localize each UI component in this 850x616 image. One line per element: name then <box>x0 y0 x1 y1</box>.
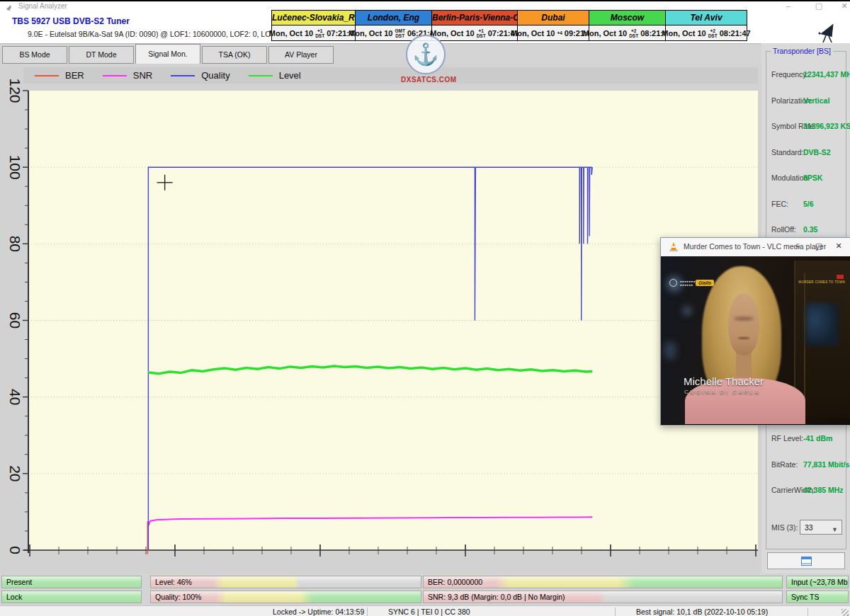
clock-time: Mon, Oct 10+409:21:47 <box>518 25 589 40</box>
svg-text:100: 100 <box>7 155 23 180</box>
field-value: 0.35 <box>803 225 817 234</box>
clock-city-label: Berlin-Paris-Vienna-Cairo <box>432 11 517 25</box>
field-value: 8PSK <box>803 173 822 182</box>
tuner-subtitle: 9.0E - Eutelsat 9B/Ka-Sat 9A (ID: 0090) … <box>28 30 295 38</box>
clock-time: Mon, Oct 10+1DST07:21:47 <box>272 25 355 40</box>
close-button[interactable]: ✕ <box>837 1 850 11</box>
field-label: Standard: <box>771 148 804 156</box>
clock-city-label: Tel Aviv <box>666 11 747 25</box>
svg-text:120: 120 <box>7 78 23 103</box>
giallo-badge: Giallo <box>696 280 714 286</box>
clock-cell: London, EngMon, Oct 10GMTDST06:21:47 <box>356 11 432 40</box>
clock-cell: Lučenec-Slovakia_R.DávidMon, Oct 10+1DST… <box>272 11 356 40</box>
clock-cell: DubaiMon, Oct 10+409:21:47 <box>518 11 589 40</box>
vlc-video-area[interactable]: ●●●●●●●●●●●●●● Giallo MURDER COMES TO TO… <box>661 256 850 424</box>
ber-bar: BER: 0,0000000 <box>423 576 783 588</box>
signal-chart-region: BERSNRQualityLevel 020406080100120 <box>0 64 761 574</box>
tab-bar: BS ModeDT ModeSignal Mon.TSA (OK)AV Play… <box>0 43 764 64</box>
header: TBS 5927 USB DVB-S2 Tuner 9.0E - Eutelsa… <box>0 11 850 44</box>
field-label: RF Level: <box>771 434 803 443</box>
clock-cell: Berlin-Paris-Vienna-CairoMon, Oct 10+1DS… <box>432 11 518 40</box>
person-caption: CUGINA DI CARLA <box>684 389 760 395</box>
svg-text:40: 40 <box>7 389 23 405</box>
uptime-status: Locked -> Uptime: 04:13:59 <box>273 608 364 616</box>
field-value: 42,385 MHz <box>803 486 844 494</box>
sync-ts-indicator: Sync TS <box>786 591 849 603</box>
window-icon <box>801 557 812 566</box>
field-label: FEC: <box>771 200 788 208</box>
transponder-field: Modulation:8PSK <box>766 173 846 183</box>
tab-signal-mon-[interactable]: Signal Mon. <box>135 44 200 64</box>
vlc-minimize-button[interactable]: – <box>791 241 804 250</box>
sync-status: SYNC 6 | TEI 0 | CC 380 <box>388 608 470 616</box>
field-label: BitRate: <box>771 460 798 469</box>
vlc-close-button[interactable]: ✕ <box>832 241 845 251</box>
clock-time: Mon, Oct 10+2DST08:21:47 <box>589 25 665 40</box>
quality-bar: Quality: 100% <box>150 591 421 603</box>
show-title-text: MURDER COMES TO TOWN <box>798 280 845 284</box>
clock-time: Mon, Oct 10GMTDST06:21:47 <box>356 25 431 40</box>
resize-grip[interactable] <box>842 609 849 616</box>
clock-city-label: Lučenec-Slovakia_R.Dávid <box>272 11 355 25</box>
field-value: 77,831 Mbit/s <box>803 460 849 469</box>
signal-chart: 020406080100120 <box>0 64 761 574</box>
field-value: DVB-S2 <box>803 148 831 156</box>
field-label: RollOff: <box>771 225 796 234</box>
minimize-button[interactable]: – <box>781 1 795 10</box>
field-value: 5/6 <box>803 200 814 208</box>
window-title: Signal Analyzer <box>18 2 67 10</box>
field-value: 31396,923 KS/s <box>803 122 850 130</box>
clock-city-label: London, Eng <box>356 11 431 25</box>
transponder-field: RollOff:0.35 <box>766 225 846 235</box>
level-bar: Level: 46% <box>150 576 421 588</box>
tab-tsa-ok-[interactable]: TSA (OK) <box>202 46 267 64</box>
best-signal-status: Best signal: 10,1 dB (2022-10-10 05:19) <box>636 608 768 616</box>
panel-window-button[interactable] <box>767 552 845 569</box>
vlc-maximize-button[interactable]: ▢ <box>812 241 825 251</box>
transponder-field: FEC:5/6 <box>766 200 846 210</box>
channel-logo: ●●●●●●●●●●●●●● <box>669 279 698 287</box>
svg-text:20: 20 <box>7 465 23 481</box>
signal-analyzer-window: Signal Analyzer – ▢ ✕ TBS 5927 USB DVB-S… <box>0 0 850 616</box>
mis-label: MIS (3): <box>771 523 798 532</box>
maximize-button[interactable]: ▢ <box>812 1 826 11</box>
transponder-field: CarrierWidth:42,385 MHz <box>766 486 846 496</box>
lock-indicator: Lock <box>1 591 142 603</box>
clock-time: Mon, Oct 10+1DST07:21:47 <box>432 25 517 40</box>
field-value: -41 dBm <box>803 434 832 443</box>
person-name: Michelle Thacker <box>684 375 764 387</box>
present-indicator: Present <box>1 576 142 588</box>
transponder-title: Transponder [BS] <box>771 47 833 55</box>
snr-bar: SNR: 9,3 dB (Margin: 0,0 dB | No Margin) <box>423 591 783 603</box>
tuner-title: TBS 5927 USB DVB-S2 Tuner <box>12 16 130 26</box>
status-bar: Locked -> Uptime: 04:13:59 SYNC 6 | TEI … <box>0 605 850 616</box>
transponder-field: Symbol Rate:31396,923 KS/s <box>766 122 846 132</box>
vlc-window: Murder Comes to Town - VLC media player … <box>660 237 850 426</box>
transponder-field: Polarization:Vertical <box>766 96 846 106</box>
clock-cell: Tel AvivMon, Oct 10+2DST08:21:47 <box>666 11 747 40</box>
svg-text:0: 0 <box>7 546 23 554</box>
clock-city-label: Moscow <box>589 11 665 25</box>
tab-av-player[interactable]: AV Player <box>268 46 334 64</box>
transponder-field: Standard:DVB-S2 <box>766 148 846 158</box>
vlc-title-bar[interactable]: Murder Comes to Town - VLC media player … <box>661 238 850 257</box>
vlc-window-title: Murder Comes to Town - VLC media player <box>684 242 826 251</box>
show-logo-icon <box>837 275 844 279</box>
transponder-field: Frequency:12341,437 MHz <box>766 70 846 80</box>
clock-city-label: Dubai <box>518 11 589 25</box>
transponder-field: BitRate:77,831 Mbit/s <box>766 460 846 470</box>
svg-text:60: 60 <box>7 312 23 329</box>
world-clock: Lučenec-Slovakia_R.DávidMon, Oct 10+1DST… <box>271 10 747 41</box>
clock-cell: MoscowMon, Oct 10+2DST08:21:47 <box>589 11 666 40</box>
svg-text:80: 80 <box>7 236 23 252</box>
tab-dt-mode[interactable]: DT Mode <box>69 46 134 64</box>
input-indicator: Input (~23,78 Mbps) <box>786 576 849 588</box>
mis-dropdown[interactable]: 33 ▼ <box>800 520 842 535</box>
transponder-field: RF Level:-41 dBm <box>766 434 846 444</box>
clock-time: Mon, Oct 10+2DST08:21:47 <box>666 25 747 40</box>
tab-bs-mode[interactable]: BS Mode <box>2 46 67 64</box>
mis-value: 33 <box>805 523 813 532</box>
chevron-down-icon: ▼ <box>832 523 838 537</box>
field-value: Vertical <box>803 96 829 105</box>
field-value: 12341,437 MHz <box>803 70 850 79</box>
